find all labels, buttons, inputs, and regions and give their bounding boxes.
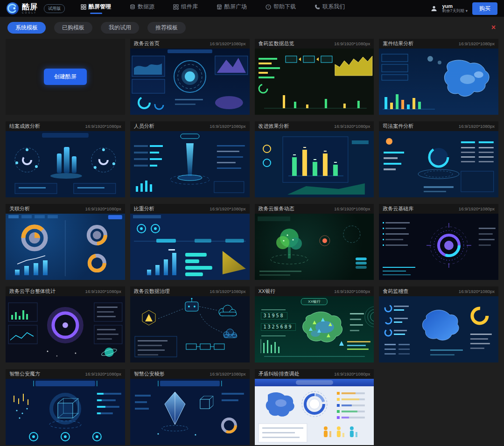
thumbnail-art [6,131,125,197]
tab-purchased-templates[interactable]: 已购模板 [54,22,92,34]
template-thumbnail [255,131,374,197]
underline-slot [324,13,336,14]
template-card[interactable]: 食药监稽查16:9/1920*1080px [379,286,498,362]
thumbnail-art [130,214,250,280]
nav-right-area: yum 剩余7天到期▾ 购买 [431,2,497,15]
thumbnail-art [6,214,125,280]
card-size-label: 16:9/1920*1080px [85,206,121,211]
template-thumbnail [6,214,125,280]
close-icon[interactable]: × [491,24,496,31]
create-card-body: 创建酷屏 [6,39,125,115]
menu-item-data-source[interactable]: 数据源 [130,3,154,14]
phone-icon [315,4,320,10]
logo-icon [7,2,19,14]
card-title: 案件结果分析 [383,40,413,47]
template-card[interactable]: 智慧公安魔方16:9/1920*1080px [6,369,125,445]
card-title: 政务云首页 [134,40,160,47]
svg-text:?: ? [267,5,269,8]
thumbnail-art [379,49,498,115]
template-filter-tabbar: 系统模板 已购模板 我的试用 推荐模板 × [0,17,504,35]
card-title: 关联分析 [9,205,30,212]
user-info[interactable]: yum 剩余7天到期▾ [442,3,468,14]
template-grid: 创建酷屏 政务云首页16:9/1920*1080px [0,35,504,446]
menu-item-help-download[interactable]: ?帮助下载 [266,3,296,14]
template-thumbnail [6,131,125,197]
menu-item-component-library[interactable]: 组件库 [173,3,198,14]
menu-item-screen-management[interactable]: 酷屏管理 [81,3,111,14]
create-screen-button[interactable]: 创建酷屏 [44,69,87,85]
menu-label: 酷屏管理 [89,3,111,11]
active-underline [90,13,102,14]
card-size-label: 16:9/1920*1080px [210,371,245,376]
template-thumbnail: XX银行 31958 1325689 [255,296,374,362]
card-title: XX银行 [259,288,276,295]
trial-version-badge: 试用版 [44,4,65,13]
underline-slot [136,13,148,14]
bank-counter-1: 31958 [261,312,287,320]
underline-slot [180,13,192,14]
template-card[interactable]: 政务云服务动态16:9/1920*1080px [255,204,374,280]
template-thumbnail [379,296,498,362]
grid-icon [81,4,86,10]
menu-label: 帮助下载 [273,3,296,11]
card-title: 比重分析 [134,205,154,212]
template-card[interactable]: 结案成效分析16:9/1920*1080px [6,121,125,197]
template-card[interactable]: 智慧公安棱形16:9/1920*1080px [130,369,250,445]
user-icon [431,5,437,12]
tab-system-templates[interactable]: 系统模板 [7,22,46,34]
buy-button[interactable]: 购买 [472,2,497,15]
template-card[interactable]: XX银行16:9/1920*1080px XX银行 31958 1325689 [255,286,374,362]
card-size-label: 16:9/1920*1080px [85,371,121,376]
template-card[interactable]: 食药监数据总览16:9/1920*1080px [255,39,374,115]
template-thumbnail [130,49,250,115]
thumbnail-art [379,296,498,362]
template-card[interactable]: 改进效果分析16:9/1920*1080px [255,121,374,197]
menu-label: 数据源 [138,3,154,11]
main-menu: 酷屏管理 数据源 组件库 酷屏广场 ?帮助下载 联系我们 [81,3,345,14]
template-card[interactable]: 矛盾纠纷排查调处16:9/1920*1080px [255,369,374,445]
template-card[interactable]: 司法案件分析16:9/1920*1080px [379,121,498,197]
thumbnail-art [379,131,498,197]
card-title: 人员分析 [134,123,154,130]
card-title: 政务云数据治理 [134,288,170,295]
bank-counter-2: 1325689 [261,323,296,331]
tab-my-trial[interactable]: 我的试用 [101,22,139,34]
tab-recommended-templates[interactable]: 推荐模板 [147,22,186,34]
app-logo[interactable]: 酷屏 COOLY 试用版 [7,2,65,14]
template-card[interactable]: 关联分析16:9/1920*1080px [6,204,125,280]
thumbnail-art [6,296,125,362]
help-icon: ? [266,4,271,10]
thumbnail-art [130,49,250,115]
card-size-label: 16:9/1920*1080px [334,206,370,211]
template-thumbnail [379,49,498,115]
thumbnail-art [255,49,374,115]
chevron-down-icon[interactable]: ▾ [466,9,468,14]
thumbnail-art [255,214,374,280]
menu-item-screen-market[interactable]: 酷屏广场 [217,3,247,14]
template-card[interactable]: 比重分析16:9/1920*1080px [130,204,250,280]
template-card[interactable]: 政务云平台整体统计16:9/1920*1080px [6,286,125,362]
template-card[interactable]: 案件结果分析16:9/1920*1080px [379,39,498,115]
menu-label: 组件库 [181,3,198,11]
components-icon [173,4,179,10]
template-card[interactable]: 政务云基础库16:9/1920*1080px [379,204,498,280]
template-thumbnail [130,296,250,362]
card-title: 司法案件分析 [383,123,413,130]
card-size-label: 16:9/1920*1080px [334,371,370,376]
template-card[interactable]: 政务云数据治理16:9/1920*1080px [130,286,250,362]
template-thumbnail [255,379,374,445]
template-thumbnail [379,131,498,197]
card-size-label: 16:9/1920*1080px [459,124,495,129]
thumbnail-art [130,379,250,445]
thumbnail-art [130,131,250,197]
card-title: 食药监数据总览 [259,40,294,47]
template-card[interactable]: 人员分析16:9/1920*1080px [130,121,250,197]
card-size-label: 16:9/1920*1080px [85,289,121,294]
card-size-label: 16:9/1920*1080px [459,206,495,211]
card-title: 食药监稽查 [383,288,408,295]
template-card[interactable]: 政务云首页16:9/1920*1080px [130,39,250,115]
card-title: 政务云基础库 [383,205,413,212]
menu-item-contact-us[interactable]: 联系我们 [315,3,345,14]
template-thumbnail [6,379,125,445]
card-size-label: 16:9/1920*1080px [334,289,370,294]
